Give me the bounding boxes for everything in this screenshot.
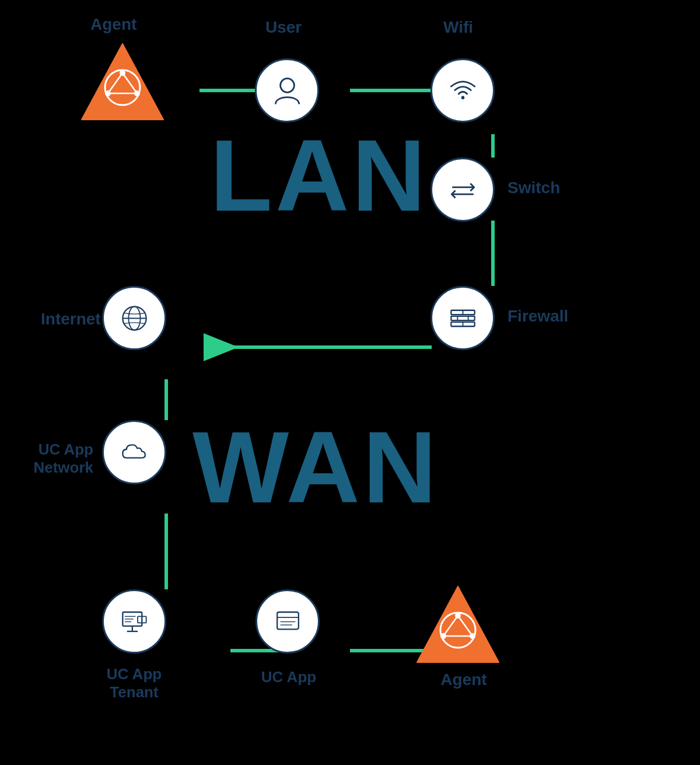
uc-app-network-node	[102, 420, 166, 484]
firewall-node	[430, 286, 495, 350]
firewall-label: Firewall	[508, 306, 568, 326]
internet-label: Internet	[41, 309, 101, 329]
wifi-node	[430, 58, 495, 123]
uc-app-network-label: UC AppNetwork	[29, 441, 93, 477]
svg-marker-9	[82, 44, 163, 120]
agent-top-icon	[79, 41, 166, 123]
user-node	[255, 58, 319, 123]
lan-label: LAN	[210, 117, 429, 234]
agent-bottom-label: Agent	[432, 670, 496, 690]
svg-marker-42	[417, 586, 499, 662]
switch-node	[430, 158, 495, 222]
agent-bottom-icon	[414, 584, 502, 665]
svg-point-18	[461, 96, 464, 99]
uc-app-label: UC App	[257, 668, 321, 686]
uc-app-tenant-node	[102, 589, 166, 654]
network-diagram: LAN WAN Agent User	[0, 0, 700, 765]
wifi-label: Wifi	[443, 18, 473, 37]
wan-label: WAN	[192, 408, 439, 526]
user-label: User	[265, 18, 302, 37]
svg-point-17	[280, 78, 294, 92]
internet-node	[102, 286, 166, 350]
uc-app-tenant-label: UC AppTenant	[93, 665, 175, 701]
svg-rect-23	[451, 316, 474, 320]
switch-label: Switch	[508, 178, 560, 198]
uc-app-node	[256, 589, 320, 654]
agent-top-label: Agent	[90, 15, 136, 34]
svg-rect-38	[277, 612, 299, 629]
